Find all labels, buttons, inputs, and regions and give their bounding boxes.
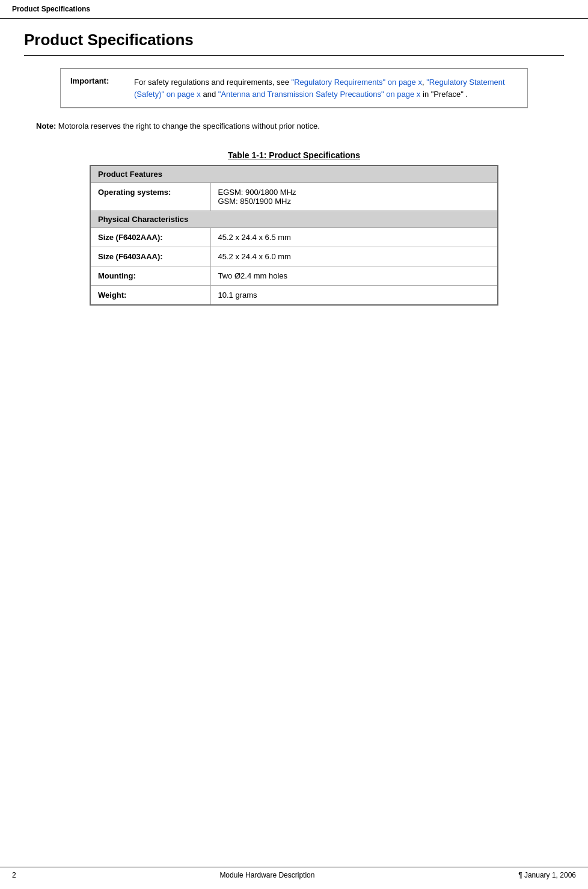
table-title: Table 1-1: Product Specifications bbox=[24, 150, 564, 160]
important-label: Important: bbox=[70, 76, 124, 100]
important-link1[interactable]: "Regulatory Requirements" on page x bbox=[292, 78, 422, 87]
section-header-cell: Product Features bbox=[90, 165, 498, 183]
row-value-cell: 45.2 x 24.4 x 6.0 mm bbox=[210, 247, 498, 266]
row-value-cell: EGSM: 900/1800 MHzGSM: 850/1900 MHz bbox=[210, 182, 498, 211]
important-text-suffix: in "Preface" . bbox=[420, 90, 468, 99]
note-section: Note: Motorola reserves the right to cha… bbox=[36, 120, 552, 132]
row-label-cell: Size (F6403AAA): bbox=[90, 247, 210, 266]
row-label-cell: Weight: bbox=[90, 285, 210, 305]
important-text: For safety regulations and requirements,… bbox=[134, 76, 518, 100]
spec-table: Product FeaturesOperating systems:EGSM: … bbox=[90, 165, 498, 306]
row-label-cell: Mounting: bbox=[90, 266, 210, 285]
footer-left: 2 bbox=[12, 871, 16, 879]
page-footer: 2 Module Hardware Description ¶ January … bbox=[0, 867, 588, 883]
main-content: Product Specifications Important: For sa… bbox=[0, 19, 588, 330]
row-label-cell: Size (F6402AAA): bbox=[90, 227, 210, 247]
important-text-prefix: For safety regulations and requirements,… bbox=[134, 78, 292, 87]
important-box: Important: For safety regulations and re… bbox=[60, 68, 528, 108]
page-header: Product Specifications bbox=[0, 0, 588, 19]
section-header-cell: Physical Characteristics bbox=[90, 211, 498, 227]
row-value-cell: 10.1 grams bbox=[210, 285, 498, 305]
row-value-cell: 45.2 x 24.4 x 6.5 mm bbox=[210, 227, 498, 247]
note-label: Note: bbox=[36, 122, 56, 131]
important-text-mid2: and bbox=[201, 90, 218, 99]
important-link3[interactable]: "Antenna and Transmission Safety Precaut… bbox=[218, 90, 421, 99]
footer-right: ¶ January 1, 2006 bbox=[518, 871, 576, 879]
row-label-cell: Operating systems: bbox=[90, 182, 210, 211]
footer-center: Module Hardware Description bbox=[219, 871, 314, 879]
note-text: Motorola reserves the right to change th… bbox=[56, 122, 320, 131]
header-title: Product Specifications bbox=[12, 5, 90, 13]
page-title: Product Specifications bbox=[24, 31, 564, 56]
row-value-cell: Two Ø2.4 mm holes bbox=[210, 266, 498, 285]
